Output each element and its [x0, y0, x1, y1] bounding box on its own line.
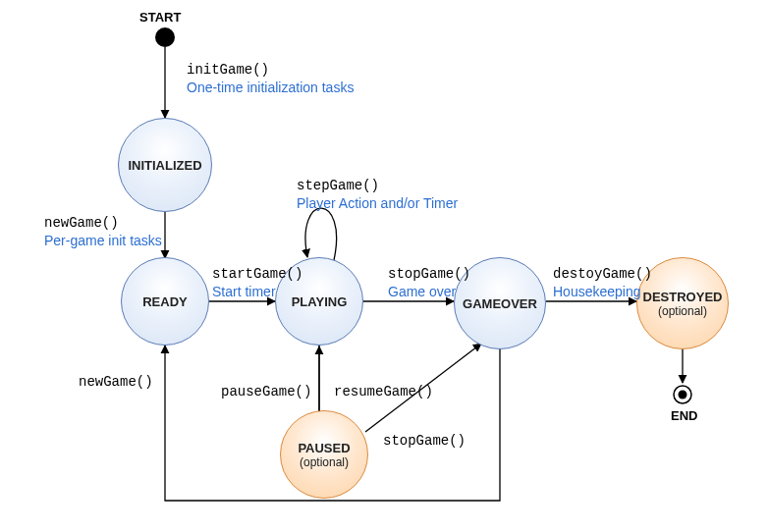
svg-point-7	[674, 386, 691, 403]
transition-resume: resumeGame()	[334, 383, 433, 401]
state-initialized: INITIALIZED	[118, 118, 212, 212]
transition-newgame-method: newGame()	[44, 215, 119, 231]
state-destroyed-sub: (optional)	[658, 304, 707, 318]
state-initialized-label: INITIALIZED	[128, 158, 201, 173]
state-paused-sub: (optional)	[300, 455, 349, 469]
transition-destroy-desc: Housekeeping	[553, 284, 641, 299]
transition-start-method: startGame()	[212, 266, 302, 282]
transition-newgame2-method: newGame()	[79, 374, 153, 390]
transition-step-method: stepGame()	[297, 178, 379, 193]
transition-resume-method: resumeGame()	[334, 384, 433, 399]
state-destroyed-label: DESTROYED	[643, 290, 723, 304]
transition-stop2-method: stopGame()	[383, 433, 466, 449]
transition-destroy: destoyGame() Housekeeping	[553, 265, 652, 300]
state-ready: READY	[121, 257, 209, 346]
transition-stop-method: stopGame()	[388, 266, 470, 282]
transition-stop: stopGame() Game over	[388, 265, 470, 300]
transition-init-desc: One-time initialization tasks	[187, 80, 354, 95]
transition-newgame2: newGame()	[79, 373, 153, 392]
end-label: END	[671, 408, 697, 423]
transition-destroy-method: destoyGame()	[553, 266, 652, 282]
transition-stop2: stopGame()	[383, 432, 466, 451]
svg-point-0	[155, 27, 175, 47]
svg-point-8	[679, 391, 687, 399]
transition-newgame-desc: Per-game init tasks	[44, 233, 162, 248]
transition-pause-method: pauseGame()	[221, 384, 311, 399]
transition-step-desc: Player Action and/or Timer	[297, 195, 458, 211]
transition-start: startGame() Start timer	[212, 265, 302, 300]
transition-stop-desc: Game over	[388, 284, 456, 299]
transition-step: stepGame() Player Action and/or Timer	[297, 177, 458, 212]
state-gameover-label: GAMEOVER	[463, 296, 537, 311]
transition-newgame: newGame() Per-game init tasks	[44, 214, 162, 249]
state-ready-label: READY	[142, 294, 188, 309]
transitions-layer	[0, 0, 768, 532]
transition-init: initGame() One-time initialization tasks	[187, 61, 354, 96]
transition-init-method: initGame()	[187, 62, 269, 78]
transition-start-desc: Start timer	[212, 284, 276, 299]
state-paused: PAUSED (optional)	[280, 410, 368, 499]
transition-pause: pauseGame()	[221, 383, 311, 401]
start-label: START	[139, 10, 181, 25]
state-paused-label: PAUSED	[298, 441, 350, 455]
